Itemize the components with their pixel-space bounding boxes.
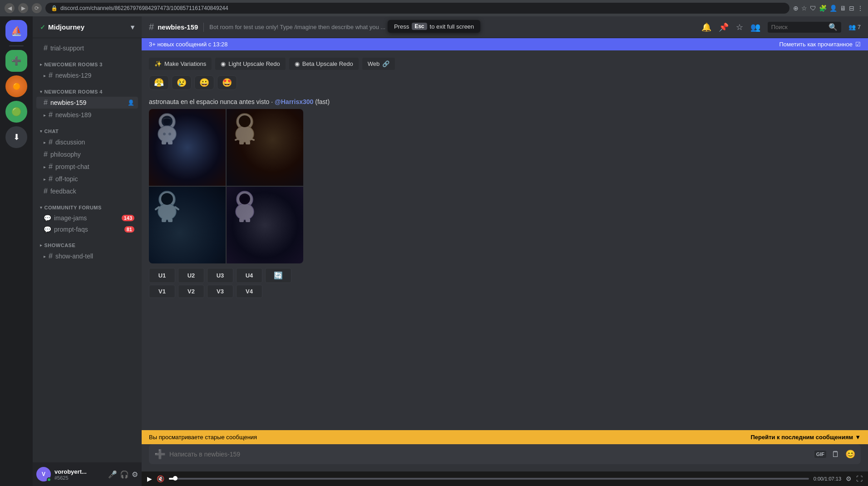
v2-button[interactable]: V2 [178, 285, 204, 298]
server-icon-download[interactable]: ⬇ [5, 126, 27, 148]
u3-button[interactable]: U3 [207, 268, 233, 283]
channel-item-discussion[interactable]: ▸ # discussion [36, 136, 138, 148]
image-1[interactable] [149, 109, 226, 186]
channel-item-newbies-159[interactable]: # newbies-159 👤 [36, 97, 138, 109]
category-arrow[interactable]: ▾ [40, 89, 43, 94]
search-input[interactable] [771, 24, 826, 30]
category-arrow[interactable]: ▾ [40, 129, 43, 134]
message-input[interactable] [169, 451, 811, 458]
bookmark-icon[interactable]: ☆ [801, 5, 807, 12]
channel-item-off-topic[interactable]: ▸ # off-topic [36, 173, 138, 185]
emoji-reaction-2[interactable]: 😢 [172, 75, 192, 90]
mark-read-button[interactable]: Пометить как прочитанное ☑ [779, 41, 861, 48]
channel-badge: 143 [122, 215, 134, 221]
image-2[interactable] [227, 109, 303, 186]
channel-item-feedback[interactable]: # feedback [36, 185, 138, 197]
v4-button[interactable]: V4 [236, 285, 262, 298]
user-controls: 🎤 🎧 ⚙ [108, 470, 138, 479]
user-info: vorobyert... #5625 [54, 468, 87, 481]
menu-icon[interactable]: ⋮ [857, 5, 863, 12]
fullscreen-toggle-icon[interactable]: ⛶ [856, 475, 863, 482]
image-3[interactable] [149, 187, 226, 263]
back-button[interactable]: ◀ [5, 3, 15, 13]
server-icon-3[interactable]: 🟠 [5, 75, 27, 97]
channel-item-prompt-faqs[interactable]: 💬 prompt-faqs 81 [36, 224, 138, 235]
screen-icon[interactable]: 🖥 [840, 5, 846, 12]
browser-bar: ◀ ▶ ⟳ 🔒 discord.com/channels/86226797698… [0, 0, 868, 16]
emoji-reaction-1[interactable]: 😤 [149, 75, 169, 90]
emoji-reaction-3[interactable]: 😀 [194, 75, 214, 90]
cast-icon[interactable]: ⊕ [793, 5, 799, 12]
category-arrow[interactable]: ▸ [40, 243, 43, 248]
shield-icon[interactable]: 🛡 [810, 5, 816, 12]
jump-to-latest-button[interactable]: Перейти к последним сообщениям ▼ [750, 434, 861, 441]
channel-header-hash-icon: # [149, 22, 154, 32]
refresh-button[interactable]: ⟳ [32, 3, 42, 13]
minimize-icon[interactable]: ⊟ [849, 5, 854, 12]
refresh-button[interactable]: 🔄 [265, 268, 291, 283]
make-variations-button[interactable]: ✨ Make Variations [149, 58, 212, 70]
channel-item-newbies-189[interactable]: ▸ # newbies-189 [36, 109, 138, 121]
emoji-reaction-4[interactable]: 🤩 [217, 75, 237, 90]
channel-name: newbies-129 [55, 72, 134, 79]
members-icon[interactable]: 👥 [750, 22, 760, 32]
emoji-button[interactable]: 😊 [845, 449, 855, 459]
channel-item-image-jams[interactable]: 💬 image-jams 143 [36, 213, 138, 223]
channel-header: # newbies-159 Bot room for test use only… [142, 16, 868, 38]
url-bar[interactable]: 🔒 discord.com/channels/86226797698429747… [45, 3, 789, 14]
settings-video-icon[interactable]: ⚙ [846, 475, 852, 482]
channel-item-philosophy[interactable]: # philosophy [36, 149, 138, 160]
server-icon-midjourney[interactable]: ⛵ [5, 20, 27, 42]
new-messages-banner: 3+ новых сообщений с 13:28 Пометить как … [142, 38, 868, 50]
server-icon-4[interactable]: 🟢 [5, 101, 27, 123]
messages-area[interactable]: ✨ Make Variations ◉ Light Upscale Redo ◉… [142, 50, 868, 430]
u2-button[interactable]: U2 [178, 268, 204, 283]
channel-item-trial-support[interactable]: # trial-support [36, 42, 138, 54]
notification-icon[interactable]: 🔔 [701, 22, 711, 32]
mute-button[interactable]: 🎤 [108, 470, 117, 479]
beta-upscale-icon: ◉ [295, 60, 300, 67]
settings-button[interactable]: ⚙ [132, 470, 138, 479]
v3-button[interactable]: V3 [207, 285, 233, 298]
forward-button[interactable]: ▶ [18, 3, 28, 13]
image-grid[interactable] [149, 109, 303, 263]
progress-bar[interactable] [169, 478, 809, 480]
sticker-button[interactable]: 🗒 [832, 450, 840, 459]
beta-upscale-redo-button[interactable]: ◉ Beta Upscale Redo [289, 58, 359, 70]
extensions-icon[interactable]: 🧩 [819, 5, 827, 12]
channel-name: image-jams [54, 214, 119, 222]
channel-item-show-and-tell[interactable]: ▸ # show-and-tell [36, 250, 138, 262]
deafen-button[interactable]: 🎧 [120, 470, 129, 479]
server-icon-2[interactable]: ➕ [5, 50, 27, 72]
web-button[interactable]: Web 🔗 [362, 58, 395, 70]
collapsed-icon: ▸ [44, 164, 46, 169]
message-input-box: ➕ GIF 🗒 😊 [149, 444, 861, 464]
server-header[interactable]: ✓ Midjourney ▾ [33, 16, 142, 38]
astronaut-icon-1 [149, 109, 226, 147]
channel-badge: 81 [124, 226, 134, 233]
channel-item-newbies-129[interactable]: ▸ # newbies-129 [36, 69, 138, 81]
play-button[interactable]: ▶ [147, 475, 152, 482]
channel-item-prompt-chat[interactable]: ▸ # prompt-chat [36, 161, 138, 173]
category-arrow[interactable]: ▾ [40, 205, 43, 210]
pin-icon[interactable]: 📌 [719, 22, 729, 32]
bookmark-star-icon[interactable]: ☆ [736, 22, 743, 32]
category-label: COMMUNITY FORUMS [44, 205, 102, 210]
mention[interactable]: @Harrisx300 [275, 98, 313, 105]
v1-button[interactable]: V1 [149, 285, 175, 298]
profile-icon[interactable]: 👤 [829, 5, 837, 12]
category-newcomer-3: ▸ NEWCOMER ROOMS 3 [33, 55, 142, 69]
u4-button[interactable]: U4 [236, 268, 262, 283]
channel-list: # trial-support ▸ NEWCOMER ROOMS 3 ▸ # n… [33, 38, 142, 462]
hash-icon: # [44, 44, 48, 52]
hash-icon: # [49, 175, 53, 183]
mute-video-button[interactable]: 🔇 [157, 475, 164, 482]
gif-button[interactable]: GIF [814, 451, 826, 458]
image-4[interactable] [227, 187, 303, 263]
message-input-area: ➕ GIF 🗒 😊 [142, 444, 868, 471]
add-content-button[interactable]: ➕ [154, 449, 166, 460]
light-upscale-redo-button[interactable]: ◉ Light Upscale Redo [215, 58, 285, 70]
search-box[interactable]: 🔍 [768, 22, 841, 33]
category-arrow[interactable]: ▸ [40, 62, 43, 67]
u1-button[interactable]: U1 [149, 268, 175, 283]
